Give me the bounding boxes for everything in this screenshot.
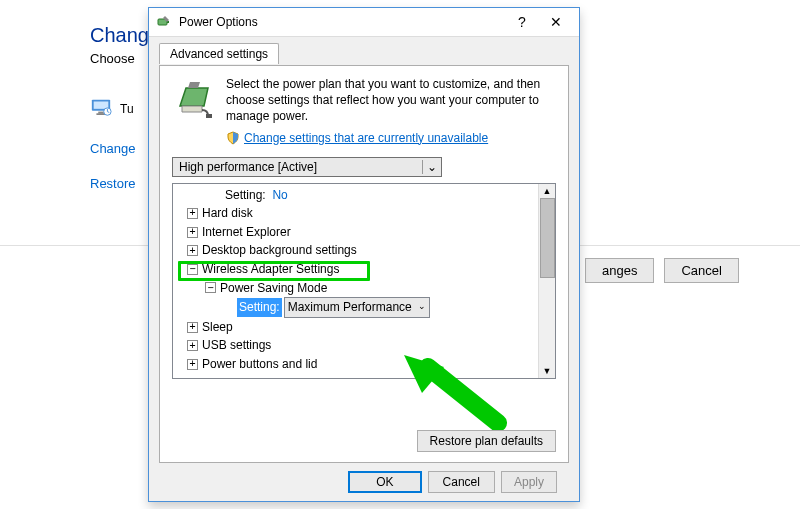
scrollbar[interactable]: ▲ ▼ [538, 184, 555, 378]
monitor-icon [90, 96, 112, 121]
cancel-button[interactable]: Cancel [428, 471, 495, 493]
help-button[interactable]: ? [505, 10, 539, 34]
setting-value-no[interactable]: No [272, 186, 287, 205]
intro-text: Select the power plan that you want to c… [226, 76, 556, 125]
power-plan-icon [172, 76, 216, 125]
tree-item-internet-explorer[interactable]: + Internet Explorer [177, 223, 534, 242]
titlebar: Power Options ? ✕ [149, 8, 579, 37]
svg-rect-7 [206, 114, 212, 118]
turn-text: Tu [120, 102, 134, 116]
expand-icon[interactable]: + [187, 227, 198, 238]
bg-cancel-button[interactable]: Cancel [664, 258, 738, 283]
close-button[interactable]: ✕ [539, 10, 573, 34]
tree-item-hard-disk[interactable]: + Hard disk [177, 204, 534, 223]
ok-button[interactable]: OK [348, 471, 421, 493]
scroll-down-icon[interactable]: ▼ [539, 364, 555, 378]
expand-icon[interactable]: + [187, 208, 198, 219]
expand-icon[interactable]: + [187, 322, 198, 333]
chevron-down-icon: ⌄ [422, 160, 437, 174]
tree-item-usb-settings[interactable]: + USB settings [177, 336, 534, 355]
expand-icon[interactable]: + [187, 245, 198, 256]
save-changes-button[interactable]: anges [585, 258, 654, 283]
restore-defaults-button[interactable]: Restore plan defaults [417, 430, 556, 452]
svg-rect-2 [98, 112, 104, 114]
power-options-dialog: Power Options ? ✕ Advanced settings Sele… [148, 7, 580, 502]
dialog-title: Power Options [179, 15, 505, 29]
tab-advanced-settings[interactable]: Advanced settings [159, 43, 279, 64]
settings-tree: Setting: No + Hard disk + Internet Explo… [172, 183, 556, 379]
collapse-icon[interactable]: − [187, 264, 198, 275]
setting-value-combo[interactable]: Maximum Performance ⌄ [284, 297, 430, 318]
shield-icon [226, 131, 240, 145]
scroll-up-icon[interactable]: ▲ [539, 184, 555, 198]
tab-panel: Select the power plan that you want to c… [159, 65, 569, 463]
expand-icon[interactable]: + [187, 359, 198, 370]
apply-button: Apply [501, 471, 557, 493]
battery-plug-icon [157, 14, 173, 30]
chevron-down-icon: ⌄ [418, 300, 426, 314]
scroll-thumb[interactable] [540, 198, 555, 278]
tree-item-sleep[interactable]: + Sleep [177, 318, 534, 337]
setting-label: Setting: [225, 186, 266, 205]
combo-value: Maximum Performance [288, 298, 412, 317]
power-plan-select[interactable]: High performance [Active] ⌄ [172, 157, 442, 177]
change-unavailable-link[interactable]: Change settings that are currently unava… [244, 131, 488, 145]
tree-item-desktop-bg[interactable]: + Desktop background settings [177, 241, 534, 260]
tree-item-power-buttons-lid[interactable]: + Power buttons and lid [177, 355, 534, 374]
expand-icon[interactable]: + [187, 340, 198, 351]
plan-select-value: High performance [Active] [179, 160, 422, 174]
tree-setting-top: Setting: No [177, 186, 534, 205]
collapse-icon[interactable]: − [205, 282, 216, 293]
tree-item-wireless-adapter[interactable]: − Wireless Adapter Settings [177, 260, 534, 279]
tree-setting-wireless: Setting: Maximum Performance ⌄ [177, 297, 534, 318]
tree-item-power-saving-mode[interactable]: − Power Saving Mode [177, 279, 534, 298]
setting-label-selected: Setting: [237, 298, 282, 317]
